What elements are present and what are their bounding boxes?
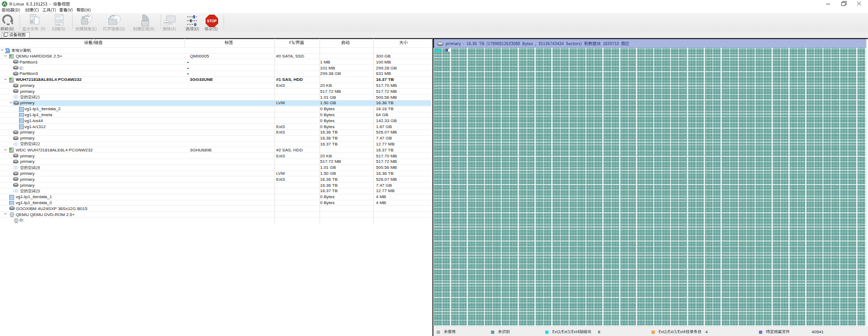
svg-text:STOP: STOP bbox=[207, 19, 217, 23]
